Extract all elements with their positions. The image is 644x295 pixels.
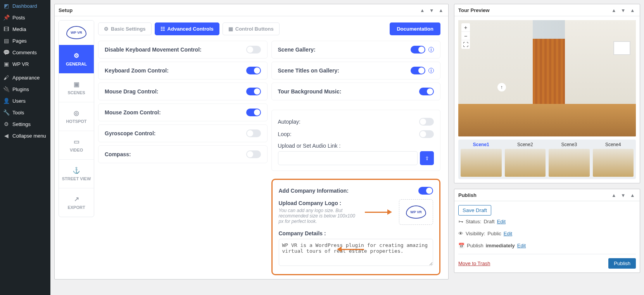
menu-icon: ▣ <box>3 61 9 67</box>
setting-toggle[interactable] <box>411 46 425 53</box>
wp-menu-item-pages[interactable]: ▤Pages <box>0 35 50 47</box>
company-heading: Add Company Information: <box>279 188 349 194</box>
audio-link-input[interactable] <box>278 151 418 165</box>
tab-basic-settings[interactable]: ⚙ Basic Settings <box>98 22 152 35</box>
setting-toggle[interactable] <box>246 109 261 116</box>
scene-thumbnail[interactable]: Scene1 <box>461 142 502 177</box>
hotspot-marker[interactable]: ↑ <box>497 83 506 91</box>
wp-menu-item-dashboard[interactable]: ◩Dashboard <box>0 0 50 12</box>
panel-move-down-icon[interactable]: ▾ <box>428 7 435 14</box>
menu-icon: 👤 <box>3 98 9 104</box>
wp-menu-item-tools[interactable]: 🔧Tools <box>0 107 50 118</box>
scene-thumbnail[interactable]: Scene2 <box>505 142 546 177</box>
vr-tab-general[interactable]: ⚙GENERAL <box>59 45 94 73</box>
panel-move-up-icon[interactable]: ▴ <box>610 7 617 14</box>
wp-menu-item-media[interactable]: 🎞Media <box>0 23 50 35</box>
info-icon[interactable]: i <box>428 47 434 52</box>
panel-toggle-icon[interactable]: ▴ <box>629 191 636 198</box>
wp-menu-item-plugins[interactable]: 🔌Plugins <box>0 83 50 95</box>
vr-tab-scenes[interactable]: ▣SCENES <box>59 73 94 102</box>
status-label: Status: <box>466 219 481 224</box>
setting-row: Mouse Zoom Control: <box>98 104 268 121</box>
wp-menu-item-users[interactable]: 👤Users <box>0 95 50 107</box>
wp-menu-item-collapse-menu[interactable]: ◀Collapse menu <box>0 130 50 141</box>
sliders-icon: ☷ <box>161 26 165 32</box>
company-details-textarea[interactable] <box>279 239 433 266</box>
general-icon: ⚙ <box>74 52 79 59</box>
setting-toggle[interactable] <box>246 88 261 95</box>
tab-advanced-controls[interactable]: ☷ Advanced Controls <box>155 22 219 35</box>
vr-tab-street[interactable]: ⚓STREET VIEW <box>59 159 94 188</box>
panorama-viewer[interactable]: + − ⛶ ↑ <box>458 20 636 136</box>
viewer-controls: + − ⛶ <box>461 23 470 49</box>
setting-toggle[interactable] <box>246 129 261 137</box>
panel-move-up-icon[interactable]: ▴ <box>610 191 617 198</box>
edit-schedule-link[interactable]: Edit <box>517 243 526 248</box>
vr-tab-hotspot[interactable]: ◎HOTSPOT <box>59 102 94 131</box>
panel-toggle-icon[interactable]: ▴ <box>629 7 636 14</box>
setting-toggle[interactable] <box>246 67 261 74</box>
company-info-toggle[interactable] <box>418 187 433 195</box>
right-settings-column: Scene Gallery:iScene Titles on Gallery:i… <box>271 41 441 275</box>
scene-thumbnail[interactable]: Scene3 <box>549 142 590 177</box>
move-to-trash-link[interactable]: Move to Trash <box>458 260 490 266</box>
vr-tab-video[interactable]: ▭VIDEO <box>59 131 94 159</box>
setting-label: Disable Keyboard Movement Control: <box>105 47 202 53</box>
scene-label: Scene3 <box>549 142 590 147</box>
setting-row: Compass: <box>98 145 268 163</box>
upload-audio-button[interactable]: ⇪ <box>420 151 434 165</box>
scene-thumb-image <box>505 149 546 177</box>
info-icon[interactable]: i <box>428 68 434 73</box>
panel-move-down-icon[interactable]: ▾ <box>620 7 627 14</box>
annotation-arrow-icon <box>365 209 392 215</box>
setting-label: Compass: <box>105 151 131 157</box>
scenes-icon: ▣ <box>74 81 79 88</box>
panel-move-down-icon[interactable]: ▾ <box>620 191 627 198</box>
vr-tab-export[interactable]: ↗EXPORT <box>59 188 94 217</box>
setting-row: Scene Titles on Gallery:i <box>271 62 441 79</box>
setting-toggle[interactable] <box>411 67 425 74</box>
setup-panel: Setup ▴ ▾ ▴ WP VR ⚙GENERAL▣SCENES◎HOTSPO… <box>54 4 449 279</box>
street-icon: ⚓ <box>73 167 80 174</box>
scene-label: Scene2 <box>505 142 546 147</box>
publish-panel-title: Publish <box>458 192 477 198</box>
scene-label: Scene1 <box>461 142 502 147</box>
company-info-section: Add Company Information: Upload Company … <box>271 179 441 275</box>
zoom-out-button[interactable]: − <box>461 32 470 40</box>
menu-icon: ◩ <box>3 3 9 9</box>
autoplay-toggle[interactable] <box>419 118 434 126</box>
wp-menu-item-posts[interactable]: 📌Posts <box>0 12 50 23</box>
menu-icon: ⚙ <box>3 121 9 127</box>
loop-toggle[interactable] <box>419 130 434 138</box>
wp-menu-item-settings[interactable]: ⚙Settings <box>0 118 50 130</box>
menu-icon: 🎞 <box>3 26 9 32</box>
vertical-tabs: WP VR ⚙GENERAL▣SCENES◎HOTSPOT▭VIDEO⚓STRE… <box>59 20 94 217</box>
tour-preview-title: Tour Preview <box>458 7 490 13</box>
scene-thumb-image <box>461 149 502 177</box>
menu-icon: ◀ <box>3 133 9 139</box>
fullscreen-button[interactable]: ⛶ <box>461 40 470 49</box>
hotspot-icon: ◎ <box>74 109 79 117</box>
company-logo-dropzone[interactable]: WP VR <box>399 199 433 225</box>
save-draft-button[interactable]: Save Draft <box>458 205 491 216</box>
documentation-button[interactable]: Documentation <box>390 22 440 35</box>
edit-status-link[interactable]: Edit <box>497 219 506 224</box>
panel-toggle-icon[interactable]: ▴ <box>437 7 444 14</box>
wp-menu-item-appearance[interactable]: 🖌Appearance <box>0 72 50 83</box>
setting-toggle[interactable] <box>246 150 261 158</box>
setting-toggle[interactable] <box>419 88 434 95</box>
publish-button[interactable]: Publish <box>608 258 636 269</box>
setting-row: Tour Background Music: <box>271 83 441 100</box>
tab-control-buttons[interactable]: ▦ Control Buttons <box>223 22 280 35</box>
zoom-in-button[interactable]: + <box>461 23 470 32</box>
grid-icon: ▦ <box>228 26 233 32</box>
wp-menu-item-wp-vr[interactable]: ▣WP VR <box>0 58 50 70</box>
setting-toggle[interactable] <box>246 46 261 53</box>
scene-thumbnail[interactable]: Scene4 <box>593 142 634 177</box>
panel-move-up-icon[interactable]: ▴ <box>419 7 426 14</box>
setting-label: Mouse Drag Control: <box>105 88 158 95</box>
scene-label: Scene4 <box>593 142 634 147</box>
wpvr-logo: WP VR <box>59 21 94 45</box>
wp-menu-item-comments[interactable]: 💬Comments <box>0 47 50 58</box>
edit-visibility-link[interactable]: Edit <box>504 231 512 236</box>
